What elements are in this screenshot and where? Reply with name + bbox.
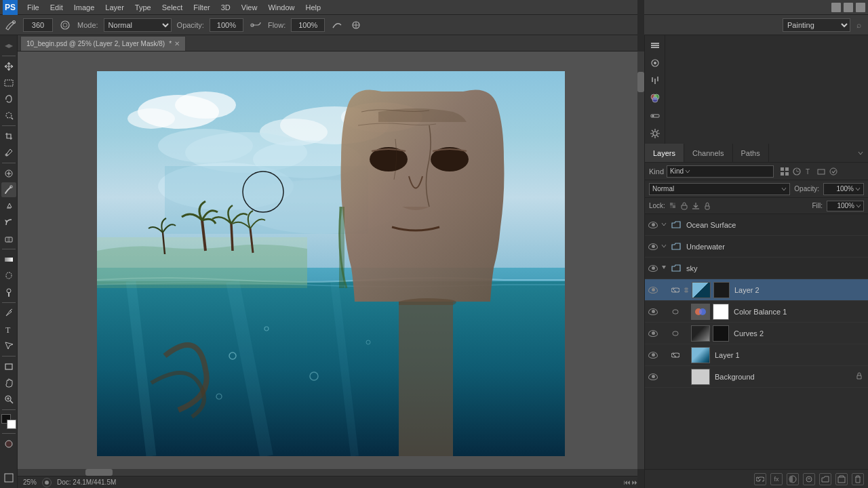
healing-brush-tool[interactable]	[1, 166, 16, 181]
rectangle-tool[interactable]	[1, 359, 16, 374]
workspace-select[interactable]: Painting	[783, 18, 850, 32]
path-select-tool[interactable]	[1, 338, 16, 353]
timeline-back[interactable]: ⏮	[624, 479, 631, 486]
visibility-background[interactable]	[648, 371, 658, 382]
panel-icon-adjust[interactable]	[648, 73, 663, 88]
airbrush-icon[interactable]	[249, 18, 262, 32]
expand-icon-uw[interactable]	[660, 243, 669, 251]
menu-type[interactable]: Type	[130, 2, 157, 13]
visibility-layer2[interactable]	[648, 285, 658, 296]
status-info-icon[interactable]	[42, 478, 52, 487]
eraser-tool[interactable]	[1, 231, 16, 246]
footer-delete-icon[interactable]	[852, 473, 864, 485]
layer-row-sky[interactable]: sky	[645, 258, 868, 279]
layer-row-underwater[interactable]: Underwater	[645, 236, 868, 258]
move-tool[interactable]	[1, 59, 16, 74]
menu-3d[interactable]: 3D	[216, 2, 236, 13]
layer-row-layer1[interactable]: Layer 1	[645, 344, 868, 366]
dodge-tool[interactable]	[1, 285, 16, 300]
lock-transparent-icon[interactable]	[669, 202, 677, 210]
hand-tool[interactable]	[1, 375, 16, 390]
vertical-scrollbar[interactable]	[637, 52, 644, 469]
footer-new-group-icon[interactable]	[819, 473, 831, 485]
lock-position-icon[interactable]	[691, 202, 701, 210]
lock-image-icon[interactable]	[680, 202, 688, 210]
expand-icon[interactable]	[660, 221, 669, 229]
visibility-underwater[interactable]	[648, 241, 658, 252]
panel-icon-layers[interactable]	[648, 38, 663, 53]
tab-channels[interactable]: Channels	[684, 144, 732, 162]
options-icon[interactable]	[349, 18, 363, 32]
panel-icon-color[interactable]	[648, 91, 663, 106]
menu-select[interactable]: Select	[157, 2, 189, 13]
footer-fx-icon[interactable]: fx	[770, 473, 783, 485]
blur-tool[interactable]	[1, 268, 16, 283]
clone-stamp-tool[interactable]	[1, 199, 16, 214]
eyedropper-tool[interactable]	[1, 145, 16, 160]
lasso-tool[interactable]	[1, 92, 16, 106]
visibility-sky[interactable]	[648, 263, 658, 274]
menu-image[interactable]: Image	[68, 2, 100, 13]
panel-icon-tools[interactable]	[648, 108, 663, 123]
visibility-ocean-surface[interactable]	[648, 220, 658, 230]
layer2-properties-icon[interactable]	[671, 287, 680, 293]
flow-input[interactable]	[291, 18, 325, 32]
horizontal-scrollbar[interactable]	[18, 469, 637, 476]
zoom-tool[interactable]	[1, 392, 16, 407]
visibility-curves2[interactable]	[648, 328, 658, 339]
document-tab[interactable]: 10_begin.psd @ 25% (Layer 2, Layer Mask/…	[20, 36, 186, 51]
layer-row-layer2[interactable]: Layer 2	[645, 279, 868, 301]
visibility-color-balance[interactable]	[648, 306, 658, 317]
filter-pixel-icon[interactable]	[779, 166, 790, 177]
filter-smart-icon[interactable]	[828, 166, 839, 177]
mode-select[interactable]: Normal	[104, 18, 172, 32]
footer-new-layer-icon[interactable]	[835, 473, 848, 485]
workspace-search-icon[interactable]: ⌕	[853, 20, 864, 30]
filter-adjustment-icon[interactable]	[791, 166, 802, 177]
brush-preset-icon[interactable]	[58, 18, 72, 32]
brush-size-input[interactable]	[23, 18, 53, 32]
scrollbar-thumb[interactable]	[637, 72, 644, 92]
gradient-tool[interactable]	[1, 252, 16, 267]
brush-tool-icon[interactable]	[4, 18, 18, 32]
panel-icon-channels[interactable]	[648, 56, 663, 70]
panel-menu-icon[interactable]	[853, 144, 868, 162]
menu-view[interactable]: View	[236, 2, 263, 13]
screen-mode-button[interactable]	[1, 470, 16, 485]
menu-help[interactable]: Help	[300, 2, 327, 13]
type-tool[interactable]: T	[1, 322, 16, 337]
menu-filter[interactable]: Filter	[188, 2, 215, 13]
toolbar-expand[interactable]: ◀▶	[1, 38, 16, 53]
history-brush-tool[interactable]	[1, 215, 16, 230]
smoothing-icon[interactable]	[330, 18, 344, 32]
layer-row-color-balance[interactable]: Color Balance 1	[645, 301, 868, 323]
menu-window[interactable]: Window	[262, 2, 300, 13]
layer-row-background[interactable]: Background	[645, 366, 868, 388]
menu-file[interactable]: File	[22, 2, 45, 13]
curves-properties-icon[interactable]	[671, 330, 680, 337]
tab-close[interactable]: ✕	[174, 40, 180, 47]
footer-mask-icon[interactable]	[787, 473, 799, 485]
layer1-properties-icon[interactable]	[671, 352, 680, 359]
footer-link-icon[interactable]	[754, 473, 766, 485]
minimize-button[interactable]	[831, 3, 841, 12]
lock-all-icon[interactable]	[703, 202, 711, 210]
h-scrollbar-thumb[interactable]	[85, 469, 113, 476]
footer-adjustment-icon[interactable]	[803, 473, 815, 485]
panel-icon-gear[interactable]	[648, 126, 663, 141]
quick-mask-toggle[interactable]	[1, 436, 16, 451]
crop-tool[interactable]	[1, 129, 16, 144]
tab-layers[interactable]: Layers	[645, 144, 684, 162]
visibility-layer1[interactable]	[648, 350, 658, 361]
brush-tool[interactable]	[1, 182, 16, 197]
color-swatches[interactable]	[1, 414, 16, 429]
opacity-input[interactable]	[210, 18, 243, 32]
layer-row-ocean-surface[interactable]: Ocean Surface	[645, 214, 868, 236]
maximize-button[interactable]	[844, 3, 853, 12]
pen-tool[interactable]	[1, 306, 16, 321]
quick-select-tool[interactable]	[1, 108, 16, 123]
layer-row-curves2[interactable]: Curves 2	[645, 323, 868, 344]
menu-layer[interactable]: Layer	[100, 2, 130, 13]
cb-properties-icon[interactable]	[671, 308, 680, 315]
filter-type-icon[interactable]: T	[804, 166, 814, 177]
